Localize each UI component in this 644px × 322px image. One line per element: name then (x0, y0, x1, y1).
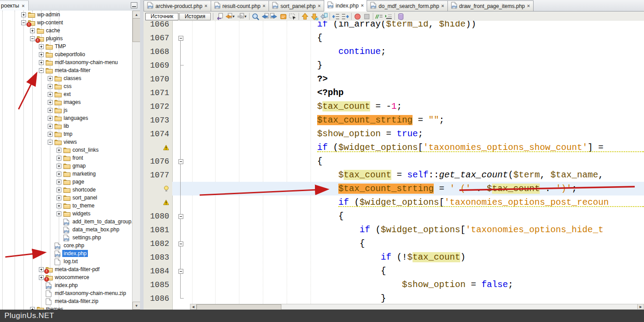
tree-item-ext[interactable]: ext (0, 90, 133, 98)
expand-icon[interactable] (39, 60, 44, 65)
minimize-icon[interactable] (131, 2, 137, 8)
fold-collapse-icon[interactable] (178, 159, 183, 164)
tab-close-icon[interactable]: × (205, 4, 207, 8)
code-line-1074[interactable]: 1074$show_option = true; (144, 127, 644, 141)
tree-item-images[interactable]: images (0, 98, 133, 106)
expand-icon[interactable] (39, 52, 44, 57)
scroll-up-icon[interactable]: ▲ (133, 11, 140, 19)
toggle-highlight-icon[interactable] (279, 12, 288, 21)
code-line-1082[interactable]: 1082{ (144, 237, 644, 250)
tree-item-shortcode[interactable]: shortcode (0, 186, 133, 194)
code-line-1085[interactable]: 1085$show_option = false; (144, 278, 644, 291)
tree-item-const_links[interactable]: const_links (0, 146, 133, 154)
tree-item-widgets[interactable]: widgets (0, 210, 133, 218)
find-previous-selection-icon[interactable] (260, 12, 269, 21)
fold-collapse-icon[interactable] (178, 242, 183, 246)
tree-item-lib[interactable]: lib (0, 122, 133, 130)
warning-icon[interactable] (144, 141, 172, 154)
expand-icon[interactable] (39, 275, 44, 280)
tab-close-icon[interactable]: × (441, 4, 444, 8)
scrollbar-thumb[interactable] (197, 304, 281, 310)
code-line-1066[interactable]: 1066if (in_array($term_id, $hide)) (144, 21, 644, 31)
code-line-1072[interactable]: 1072$tax_count = -1; (144, 100, 644, 113)
code-line-1073[interactable]: 1073$tax_count_strting = ""; (144, 113, 644, 127)
tree-item-cache[interactable]: cache (0, 27, 133, 34)
expand-icon[interactable] (48, 124, 53, 129)
history-view-button[interactable]: История (179, 13, 211, 20)
expand-icon[interactable] (48, 108, 53, 113)
expand-icon[interactable] (39, 267, 44, 272)
expand-icon[interactable] (57, 188, 61, 192)
tree-item-languages[interactable]: languages (0, 114, 133, 122)
tree-item-TMP[interactable]: TMP (0, 42, 133, 50)
expand-icon[interactable] (57, 172, 61, 176)
editor-tab-archive-product.php[interactable]: phparchive-product.php× (144, 0, 211, 11)
expand-icon[interactable] (57, 180, 61, 184)
code-line-1079[interactable]: if ($widget_options['taxonomies_options_… (144, 196, 644, 209)
expand-icon[interactable] (57, 148, 61, 153)
tree-item-tmp[interactable]: tmp (0, 130, 133, 138)
tree-item-themes[interactable]: themes (0, 305, 133, 310)
rectangular-selection-icon[interactable] (288, 12, 297, 21)
code-line-1069[interactable]: 1069} (144, 58, 644, 72)
tree-item-page[interactable]: page (0, 178, 133, 186)
code-line-1083[interactable]: 1083if (!$tax_count) (144, 250, 644, 264)
editor-tab-draw_front_page_items.php[interactable]: phpdraw_front_page_items.php× (447, 0, 534, 11)
tab-close-icon[interactable]: × (318, 4, 320, 8)
code-line-1080[interactable]: 1080{ (144, 209, 644, 223)
tree-item-cubeportfolio[interactable]: cubeportfolio (0, 50, 133, 58)
jump-last-edit-icon[interactable] (215, 12, 224, 21)
code-line-1075[interactable]: if ($widget_options['taxonomies_options_… (144, 141, 644, 154)
fold-collapse-icon[interactable] (178, 214, 183, 219)
tree-item-log.txt[interactable]: log.txt (0, 257, 133, 265)
code-line-1077[interactable]: 1077$tax_count = self::get_tax_count($te… (144, 168, 644, 182)
tree-item-core.php[interactable]: phpcore.php (0, 242, 133, 249)
tree-item-mdf-taxonomy-chain-menu.zip[interactable]: mdf-taxonomy-chain-menu.zip (0, 289, 133, 297)
expand-icon[interactable] (48, 116, 53, 121)
uncomment-icon[interactable] (384, 12, 393, 21)
code-line-1067[interactable]: 1067{ (144, 31, 644, 45)
collapse-icon[interactable] (48, 140, 53, 145)
expand-icon[interactable] (48, 132, 53, 137)
editor-tab-do_mdf_search_form.php[interactable]: phpdo_mdf_search_form.php× (367, 0, 447, 11)
code-line-1076[interactable]: 1076{ (144, 154, 644, 168)
source-view-button[interactable]: Источник (145, 13, 178, 20)
tree-item-add_item_to_data_group.pl[interactable]: phpadd_item_to_data_group.pl (0, 218, 133, 226)
tree-item-settings.php[interactable]: phpsettings.php (0, 234, 133, 242)
comment-icon[interactable]: // (375, 12, 384, 21)
scroll-down-icon[interactable]: ▼ (133, 302, 140, 310)
code-line-1071[interactable]: 1071<?php (144, 86, 644, 100)
tree-item-index.php[interactable]: phpindex.php (0, 281, 133, 289)
tree-item-marketing[interactable]: marketing (0, 170, 133, 178)
tab-close-icon[interactable]: × (263, 4, 265, 8)
tree-item-gmap[interactable]: gmap (0, 162, 133, 170)
tree-item-wp-admin[interactable]: wp-admin (0, 11, 133, 19)
expand-icon[interactable] (57, 196, 61, 200)
close-icon[interactable]: × (22, 4, 24, 8)
tree-item-front[interactable]: front (0, 154, 133, 162)
collapse-icon[interactable] (21, 20, 26, 25)
tree-item-views[interactable]: views (0, 138, 133, 146)
code-line-1068[interactable]: 1068continue; (144, 45, 644, 58)
expand-icon[interactable] (57, 203, 61, 208)
editor-horizontal-scrollbar[interactable]: ◀ ▶ (190, 304, 644, 310)
next-bookmark-icon[interactable] (310, 12, 319, 21)
code-line-1070[interactable]: 1070?> (144, 72, 644, 86)
projects-panel-tab[interactable]: роекты × (0, 0, 29, 11)
record-macro-icon[interactable] (353, 12, 362, 21)
hint-lightbulb-icon[interactable] (144, 182, 172, 196)
tree-item-data_meta_box.php[interactable]: phpdata_meta_box.php (0, 226, 133, 234)
editor-tab-sort_panel.php[interactable]: phpsort_panel.php× (269, 0, 324, 11)
expand-icon[interactable] (57, 211, 61, 216)
editor-tab-index.php[interactable]: phpindex.php× (324, 0, 367, 12)
tree-item-sort_panel[interactable]: sort_panel (0, 194, 133, 202)
expand-icon[interactable] (21, 12, 26, 17)
previous-bookmark-icon[interactable] (300, 12, 310, 21)
tab-close-icon[interactable]: × (361, 3, 364, 8)
tree-item-js[interactable]: js (0, 106, 133, 114)
expand-icon[interactable] (48, 76, 53, 81)
tree-item-meta-data-filter[interactable]: meta-data-filter (0, 66, 133, 74)
tree-item-wp-content[interactable]: !wp-content (0, 19, 133, 27)
code-line-1078[interactable]: $tax_count_strting = ' (' . $tax_count .… (144, 182, 644, 196)
fold-collapse-icon[interactable] (178, 36, 183, 41)
